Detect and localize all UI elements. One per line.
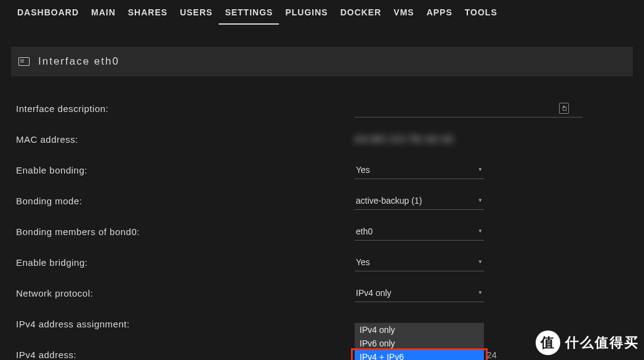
nav-users[interactable]: USERS [174,5,219,25]
row-interface-description: Interface description: [16,98,628,118]
bonding-mode-value: active-backup (1) [356,196,422,206]
bonding-members-select[interactable]: eth0 ▼ [355,223,484,241]
nav-docker[interactable]: DOCKER [334,5,388,25]
ipv4-mask: 24 [486,350,497,360]
label-mac-address: MAC address: [16,134,355,145]
label-network-protocol: Network protocol: [16,288,355,298]
network-protocol-value: IPv4 only [356,288,392,298]
chevron-down-icon: ▼ [478,198,483,203]
nic-icon [18,57,30,66]
protocol-option-ipv6[interactable]: IPv6 only [355,337,484,350]
chevron-down-icon: ▼ [478,228,483,234]
nav-apps[interactable]: APPS [421,5,459,25]
chevron-down-icon: ▼ [478,290,483,295]
row-enable-bonding: Enable bonding: Yes ▼ [16,160,628,180]
enable-bridging-value: Yes [356,257,370,267]
label-ipv4-assignment: IPv4 address assignment: [16,319,355,329]
nav-shares[interactable]: SHARES [122,5,174,25]
protocol-option-ipv4-ipv6[interactable]: IPv4 + IPv6 [355,350,484,360]
label-ipv4-address: IPv4 address: [16,350,355,360]
label-bonding-mode: Bonding mode: [16,196,355,206]
nav-tools[interactable]: TOOLS [459,5,504,25]
chevron-down-icon: ▼ [478,167,483,172]
watermark: 值 什么值得买 [536,330,639,355]
label-enable-bridging: Enable bridging: [16,257,355,268]
watermark-badge-icon: 值 [536,330,560,355]
top-nav: DASHBOARD MAIN SHARES USERS SETTINGS PLU… [0,0,644,25]
row-network-protocol: Network protocol: IPv4 only ▼ [16,283,628,303]
nav-settings[interactable]: SETTINGS [219,5,279,25]
row-enable-bridging: Enable bridging: Yes ▼ [16,252,628,272]
nav-main[interactable]: MAIN [85,5,122,25]
protocol-option-ipv4[interactable]: IPv4 only [355,323,484,337]
network-protocol-dropdown: IPv4 only IPv6 only IPv4 + IPv6 [355,322,484,360]
watermark-text: 什么值得买 [565,334,639,352]
mac-address-value: A4:BC:C3:7E:42:42 [355,134,454,144]
nav-vms[interactable]: VMS [387,5,420,25]
label-bonding-members: Bonding members of bond0: [16,226,355,237]
enable-bonding-select[interactable]: Yes ▼ [355,161,484,179]
nav-dashboard[interactable]: DASHBOARD [11,5,85,25]
network-protocol-select[interactable]: IPv4 only ▼ [355,284,484,302]
enable-bonding-value: Yes [356,165,370,175]
enable-bridging-select[interactable]: Yes ▼ [355,254,484,271]
section-header: Interface eth0 [11,47,633,76]
bonding-mode-select[interactable]: active-backup (1) ▼ [355,192,484,210]
section-title: Interface eth0 [38,55,119,68]
chevron-down-icon: ▼ [478,259,483,265]
row-bonding-mode: Bonding mode: active-backup (1) ▼ [16,191,628,210]
label-interface-description: Interface description: [16,103,355,114]
settings-form: Interface description: MAC address: A4:B… [0,76,644,360]
row-mac-address: MAC address: A4:BC:C3:7E:42:42 [16,129,628,149]
nav-plugins[interactable]: PLUGINS [279,5,334,25]
interface-description-input[interactable] [355,100,582,118]
row-bonding-members: Bonding members of bond0: eth0 ▼ [16,222,628,241]
load-config-icon[interactable] [559,103,569,114]
label-enable-bonding: Enable bonding: [16,165,355,175]
bonding-members-value: eth0 [356,226,372,236]
